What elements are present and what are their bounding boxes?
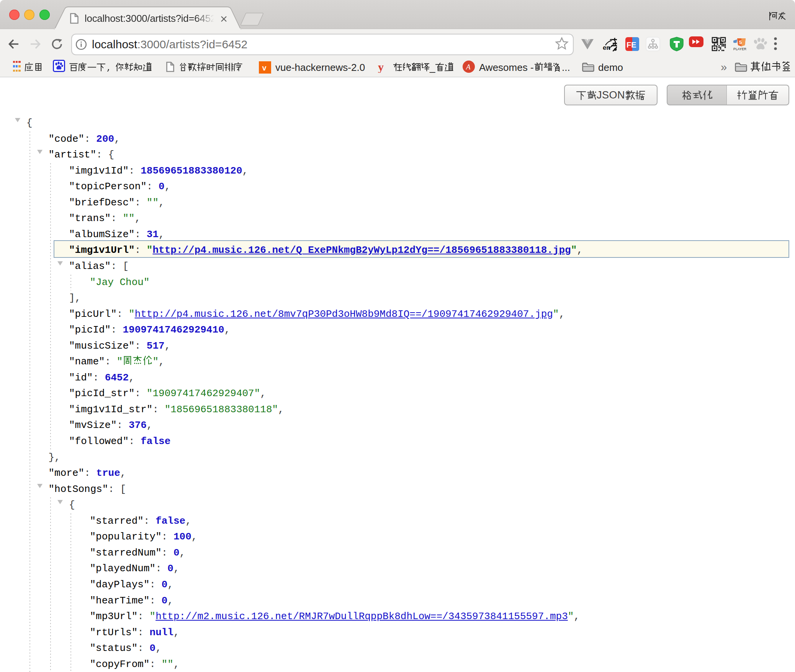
- svg-text:FE: FE: [627, 41, 636, 49]
- svg-text:PLAYER: PLAYER: [733, 47, 746, 51]
- svg-text:v: v: [262, 64, 267, 72]
- svg-text:y: y: [378, 61, 384, 73]
- svg-text:5: 5: [739, 39, 742, 45]
- svg-text:A: A: [465, 63, 471, 71]
